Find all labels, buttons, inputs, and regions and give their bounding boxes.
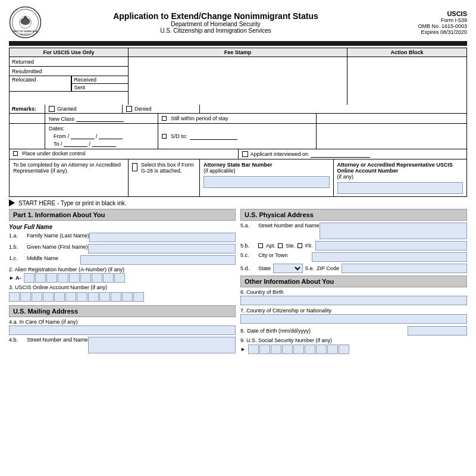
online-acct-box-8[interactable] <box>88 292 99 302</box>
applicant-row: Place under docket control Applicant int… <box>9 149 467 159</box>
sd-input[interactable] <box>190 133 237 140</box>
new-class-input[interactable] <box>76 115 124 122</box>
a-number-boxes <box>24 273 125 283</box>
middle-name-input[interactable] <box>80 255 236 265</box>
physical-street-input[interactable] <box>320 223 467 239</box>
attorney-cell-1: To be completed by an Attorney or Accred… <box>10 159 129 196</box>
ssn-box-9[interactable] <box>339 345 349 354</box>
ssn-box-3[interactable] <box>271 345 281 354</box>
uscis-logo: DEPT OF HOMELAND SECURITY <box>9 6 42 39</box>
applicant-interviewed-date[interactable] <box>311 151 370 158</box>
online-acct-box-5[interactable] <box>54 292 65 302</box>
a-num-box-1[interactable] <box>24 273 35 283</box>
flr-checkbox[interactable] <box>298 243 302 248</box>
remarks-row-1: Remarks: Granted Denied <box>10 105 466 114</box>
a-num-box-3[interactable] <box>46 273 57 283</box>
use-only-column: For USCIS Use Only Returned Resubmitted … <box>10 48 129 105</box>
country-birth-num: 6. <box>240 289 245 295</box>
atty-bar-input[interactable] <box>203 176 330 188</box>
atty-account-input[interactable] <box>337 182 464 194</box>
a-num-box-6[interactable] <box>80 273 91 283</box>
country-citizen-desc: Country of Citizenship or Nationality <box>246 308 331 314</box>
online-acct-box-4[interactable] <box>43 292 54 302</box>
online-acct-box-10[interactable] <box>111 292 121 302</box>
a-num-box-8[interactable] <box>103 273 114 283</box>
online-acct-box-1[interactable] <box>9 292 20 302</box>
online-acct-box-2[interactable] <box>20 292 31 302</box>
apt-number-input[interactable] <box>315 241 467 250</box>
ste-checkbox[interactable] <box>278 243 283 248</box>
a-num-box-2[interactable] <box>35 273 46 283</box>
ssn-box-1[interactable] <box>248 345 259 354</box>
online-acct-box-12[interactable] <box>133 292 144 302</box>
physical-city-input[interactable] <box>312 252 467 262</box>
physical-address-header: U.S. Physical Address <box>240 209 467 221</box>
ssn-box-8[interactable] <box>327 345 338 354</box>
ssn-box-2[interactable] <box>259 345 270 354</box>
family-name-input[interactable] <box>89 233 236 242</box>
remarks-row-2: New Class Still within period of stay <box>10 114 466 124</box>
atty-account-sub: (if any) <box>337 174 464 180</box>
state-zip-row: 5.d. State 5.e. ZIP Code <box>240 264 467 273</box>
ssn-box-7[interactable] <box>316 345 327 354</box>
a-num-box-4[interactable] <box>58 273 68 283</box>
sd-checkbox[interactable] <box>162 134 167 139</box>
given-name-input[interactable] <box>88 244 236 253</box>
ssn-box-6[interactable] <box>305 345 315 354</box>
online-acct-box-7[interactable] <box>77 292 87 302</box>
denied-checkbox[interactable] <box>126 106 132 112</box>
applicant-interviewed-label: Applicant interviewed on <box>250 151 309 157</box>
apt-checkbox[interactable] <box>258 243 263 248</box>
from-month[interactable] <box>71 132 95 139</box>
mailing-street-input[interactable] <box>88 337 236 353</box>
applicant-interviewed-checkbox[interactable] <box>242 151 248 157</box>
applicant-left-empty: Place under docket control <box>10 149 239 159</box>
relocated-row: Relocated Received Sent <box>10 76 128 92</box>
family-name-row: 1.a. Family Name (Last Name) <box>9 233 236 242</box>
from-row: From / / <box>54 132 154 139</box>
from-day[interactable] <box>99 132 123 139</box>
a-num-box-9[interactable] <box>114 273 125 283</box>
given-name-label: 1.b. <box>9 244 27 250</box>
given-name-desc: Given Name (First Name) <box>27 244 88 250</box>
a-num-box-5[interactable] <box>69 273 80 283</box>
country-birth-input[interactable] <box>240 296 467 305</box>
a-num-box-7[interactable] <box>92 273 102 283</box>
online-acct-box-3[interactable] <box>32 292 42 302</box>
attorney-cell-3: Attorney State Bar Number (if applicable… <box>200 159 334 196</box>
to-day[interactable] <box>92 140 116 147</box>
zip-label: 5.e. <box>305 265 314 271</box>
form-number: Form I-539 <box>390 17 467 23</box>
alien-reg-label-row: 2. Alien Registration Number (A-Number) … <box>9 267 236 273</box>
online-acct-box-9[interactable] <box>99 292 110 302</box>
flr-text: Flr. <box>305 243 313 249</box>
middle-name-desc: Middle Name <box>27 255 80 262</box>
place-docket-checkbox[interactable] <box>13 151 18 156</box>
online-acct-num-desc: USCIS Online Account Number (if any) <box>15 284 107 290</box>
fee-stamp-body <box>129 57 347 105</box>
dob-input[interactable] <box>408 326 467 336</box>
state-select[interactable] <box>273 264 303 273</box>
to-month[interactable] <box>64 140 87 147</box>
form-id-block: USCIS Form I-539 OMB No. 1615-0003 Expir… <box>390 10 467 35</box>
ssn-box-4[interactable] <box>282 345 293 354</box>
svg-text:DEPT OF HOMELAND: DEPT OF HOMELAND <box>13 30 38 33</box>
ssn-box-5[interactable] <box>293 345 304 354</box>
still-period-checkbox[interactable] <box>162 116 167 121</box>
agency-name: U.S. Citizenship and Immigration Service… <box>42 27 390 34</box>
ssn-row: ► <box>240 345 467 354</box>
country-citizen-input[interactable] <box>240 314 467 324</box>
granted-checkbox[interactable] <box>49 106 55 112</box>
care-of-input[interactable] <box>9 325 236 335</box>
returned-row: Returned <box>10 57 128 67</box>
online-acct-box-6[interactable] <box>65 292 76 302</box>
online-acct-box-11[interactable] <box>122 292 133 302</box>
dates-inner: Dates: From / / To / / <box>49 126 154 147</box>
ssn-desc: U.S. Social Security Number (if any) <box>246 337 332 343</box>
mailing-street-row: 4.b. Street Number and Name <box>9 337 236 353</box>
g28-checkbox[interactable] <box>132 163 137 171</box>
action-block-body <box>347 57 466 105</box>
apt-row: 5.b. Apt. Ste. Flr. <box>240 241 467 250</box>
resubmitted-row: Resubmitted <box>10 67 128 76</box>
zip-input[interactable] <box>342 264 467 273</box>
